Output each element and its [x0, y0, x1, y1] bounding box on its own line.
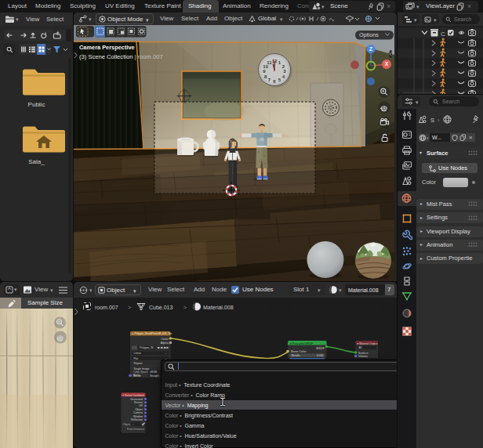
- svg-text:⌄: ⌄: [165, 351, 167, 355]
- svg-text:0.000: 0.000: [317, 354, 324, 357]
- svg-text:>: >: [128, 305, 131, 310]
- svg-text:C: C: [441, 31, 445, 38]
- svg-text:Metallic: Metallic: [292, 354, 301, 357]
- svg-text:Camera Perspective: Camera Perspective: [79, 44, 135, 51]
- svg-text:Z: Z: [369, 46, 372, 52]
- svg-text:Base Color: Base Color: [291, 349, 307, 353]
- svg-text:Object: Object: [135, 408, 143, 411]
- svg-text:All: All: [359, 346, 362, 349]
- svg-text:Reflection: Reflection: [131, 418, 143, 421]
- svg-text:▾ Material Output: ▾ Material Output: [358, 342, 378, 345]
- svg-text:Cube.013: Cube.013: [149, 305, 172, 310]
- svg-text:×: ×: [133, 423, 134, 426]
- svg-text:BSDF: BSDF: [316, 346, 325, 350]
- svg-text:›: ›: [438, 117, 440, 124]
- svg-text:Surface: Surface: [358, 352, 368, 355]
- svg-text:▾ Texture Coordinate: ▾ Texture Coordinate: [123, 394, 145, 397]
- svg-text:Material.008: Material.008: [203, 305, 234, 310]
- svg-text:Polygon_W...: Polygon_W...: [140, 346, 155, 349]
- svg-text:Flat: Flat: [134, 357, 139, 360]
- svg-text:room.007: room.007: [95, 305, 118, 310]
- svg-text:UV: UV: [139, 404, 143, 407]
- svg-text:Color: Color: [161, 337, 169, 341]
- svg-text:Object: Object: [123, 423, 131, 426]
- svg-text:X: X: [385, 61, 389, 67]
- svg-text:Generated: Generated: [130, 398, 143, 401]
- svg-text:From Instancer: From Instancer: [127, 428, 145, 431]
- svg-text:Volume: Volume: [358, 355, 368, 358]
- svg-text:Repeat: Repeat: [134, 362, 143, 365]
- svg-text:>: >: [183, 305, 187, 310]
- svg-text:Normal: Normal: [134, 401, 143, 404]
- svg-text:▸ Polygon_WoodPlanksM_008_Tex: ▸ Polygon_WoodPlanksM_008_Tex: [133, 332, 172, 335]
- svg-text:Camera: Camera: [133, 411, 143, 414]
- svg-text:Linear: Linear: [134, 352, 142, 355]
- svg-text:Options: Options: [359, 31, 379, 38]
- svg-text:S: S: [430, 117, 434, 124]
- svg-text:Color Space: Color Space: [133, 370, 148, 374]
- svg-text:sRGB: sRGB: [150, 370, 158, 374]
- svg-text:▾ Principled BSDF: ▾ Principled BSDF: [290, 342, 314, 345]
- svg-text:Straight: Straight: [150, 374, 159, 378]
- svg-text:Alpha: Alpha: [161, 341, 169, 345]
- svg-text:Vector: Vector: [133, 374, 142, 378]
- svg-text:(3) Scene Collection | room.00: (3) Scene Collection | room.007: [79, 53, 163, 60]
- svg-text:Window: Window: [133, 415, 143, 418]
